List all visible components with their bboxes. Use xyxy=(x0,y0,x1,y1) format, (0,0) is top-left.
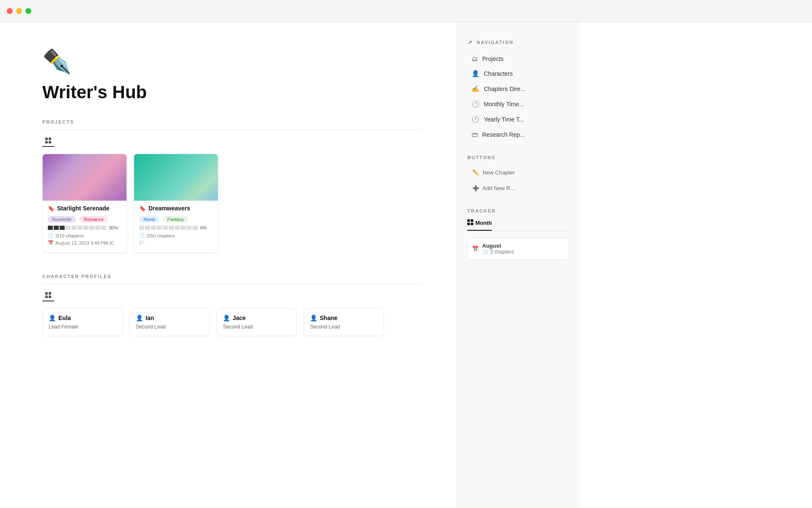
project-tags-starlight: Novelette Romance xyxy=(48,215,121,225)
maximize-button[interactable] xyxy=(25,8,31,14)
gallery-view-toggle[interactable] xyxy=(42,135,54,147)
person-icon-jace: 👤 xyxy=(223,315,230,321)
char-card-shane[interactable]: 👤 Shane Second Lead xyxy=(304,308,384,336)
char-name-shane: 👤 Shane xyxy=(310,315,378,321)
char-name-jace: 👤 Jace xyxy=(223,315,291,321)
nav-item-research[interactable]: 🗃 Research Rep... xyxy=(467,127,569,141)
cabinet-icon: 🗃 xyxy=(472,131,478,138)
folder-icon: 🗂 xyxy=(472,55,478,62)
calendar-icon-starlight: 📅 xyxy=(48,240,54,246)
progress-cell xyxy=(151,226,156,230)
progress-cell xyxy=(48,226,53,230)
navigation-arrow-icon: ↗ xyxy=(467,39,473,46)
bookmark-icon-starlight: 🔖 xyxy=(48,205,55,212)
person-icon-eula: 👤 xyxy=(49,315,56,321)
char-card-ian[interactable]: 👤 Ian Second Lead xyxy=(129,308,210,336)
clock-icon-yearly: 🕐 xyxy=(472,116,480,123)
project-card-starlight[interactable]: 🔖 Starlight Serenade Novelette Romance xyxy=(42,154,127,253)
minimize-button[interactable] xyxy=(16,8,22,14)
progress-cell xyxy=(95,226,100,230)
project-card-dreamweavers[interactable]: 🔖 Dreamweavers Novel Fantasy xyxy=(134,154,218,253)
progress-cell xyxy=(192,226,198,230)
char-name-ian: 👤 Ian xyxy=(136,315,203,321)
bookmark-icon-dreamweavers: 🔖 xyxy=(139,205,146,212)
svg-rect-6 xyxy=(45,295,48,298)
char-role-eula: Lead Female xyxy=(49,324,116,330)
progress-cell xyxy=(60,226,65,230)
buttons-section: BUTTONS ✏️ New Chapter ➕ Add New R... xyxy=(467,155,569,195)
char-role-ian: Second Lead xyxy=(136,324,203,330)
progress-cell xyxy=(145,226,150,230)
character-profiles-header: CHARACTER PROFILES xyxy=(42,274,423,284)
progress-cell xyxy=(83,226,88,230)
tag-novelette: Novelette xyxy=(48,216,76,223)
chapters-meta-dreamweavers: 📄 0/50 chapters xyxy=(139,233,213,238)
progress-cell xyxy=(77,226,82,230)
svg-rect-3 xyxy=(49,141,51,144)
character-cards-row: 👤 Eula Lead Female 👤 Ian Second Lead 👤 xyxy=(42,308,423,336)
tracker-tab-month[interactable]: Month xyxy=(467,219,492,231)
tracker-tabs: Month xyxy=(467,219,569,231)
svg-rect-10 xyxy=(467,223,470,225)
char-role-jace: Second Lead xyxy=(223,324,291,330)
nav-item-projects[interactable]: 🗂 Projects xyxy=(467,52,569,66)
char-role-shane: Second Lead xyxy=(310,324,378,330)
progress-cell xyxy=(181,226,186,230)
nav-item-characters[interactable]: 👤 Characters xyxy=(467,66,569,81)
grid-icon-month xyxy=(467,219,473,226)
pen-icon: ✍️ xyxy=(472,85,480,93)
progress-cell xyxy=(89,226,94,230)
close-button[interactable] xyxy=(7,8,13,14)
char-card-eula[interactable]: 👤 Eula Lead Female xyxy=(42,308,123,336)
chapters-icon-dreamweavers: 📄 xyxy=(139,233,145,238)
project-body-dreamweavers: 🔖 Dreamweavers Novel Fantasy xyxy=(134,201,218,252)
content-area: ✒️ Writer's Hub PROJECTS xyxy=(0,22,457,508)
character-profiles-section: CHARACTER PROFILES 👤 Eula Lead Fem xyxy=(42,274,423,336)
projects-section: PROJECTS 🔖 Starlig xyxy=(42,119,423,253)
clock-icon-monthly: 🕐 xyxy=(472,100,480,108)
doc-icon-chapters: 📄 xyxy=(482,249,488,255)
progress-cell xyxy=(139,226,144,230)
tag-novel: Novel xyxy=(139,216,159,223)
calendar-icon-august: 📅 xyxy=(472,246,479,252)
tracker-title: TRACKER xyxy=(467,208,569,213)
date-meta-starlight: 📅 August 13, 2023 3:49 PM (C xyxy=(48,240,121,246)
svg-rect-8 xyxy=(467,219,470,222)
nav-item-monthly-time[interactable]: 🕐 Monthly Time... xyxy=(467,97,569,111)
progress-cell xyxy=(175,226,180,230)
project-title-dreamweavers: 🔖 Dreamweavers xyxy=(139,205,213,212)
character-gallery-view-toggle[interactable] xyxy=(42,290,54,301)
navigation-section: ↗ NAVIGATION 🗂 Projects 👤 Characters ✍️ … xyxy=(467,39,569,141)
add-new-r-button[interactable]: ➕ Add New R... xyxy=(467,182,569,195)
nav-list: 🗂 Projects 👤 Characters ✍️ Chapters Dire… xyxy=(467,52,569,141)
progress-row-starlight: 30% xyxy=(48,225,121,230)
tag-fantasy: Fantasy xyxy=(163,216,188,223)
char-name-eula: 👤 Eula xyxy=(49,315,116,321)
new-chapter-button[interactable]: ✏️ New Chapter xyxy=(467,166,569,179)
tag-romance: Romance xyxy=(80,216,108,223)
progress-cell xyxy=(54,226,59,230)
progress-bar-dreamweavers xyxy=(139,226,198,230)
navigation-title: ↗ NAVIGATION xyxy=(467,39,569,46)
progress-cell xyxy=(71,226,77,230)
svg-rect-9 xyxy=(471,219,473,222)
char-card-jace[interactable]: 👤 Jace Second Lead xyxy=(217,308,297,336)
project-cards-row: 🔖 Starlight Serenade Novelette Romance xyxy=(42,154,423,253)
nav-item-chapters[interactable]: ✍️ Chapters Dire... xyxy=(467,82,569,96)
person-icon-shane: 👤 xyxy=(310,315,317,321)
project-image-starlight xyxy=(43,154,126,201)
progress-cell xyxy=(163,226,168,230)
progress-cell xyxy=(187,226,192,230)
tracker-month-august[interactable]: 📅 August 📄 3 chapters xyxy=(467,238,569,260)
svg-rect-0 xyxy=(45,138,48,140)
nav-item-yearly-time[interactable]: 🕐 Yearly Time T... xyxy=(467,112,569,127)
svg-rect-2 xyxy=(45,141,48,144)
page-title: Writer's Hub xyxy=(42,82,423,102)
pen-icon-new-chapter: ✏️ xyxy=(472,169,479,176)
projects-section-header: PROJECTS xyxy=(42,119,423,130)
progress-pct-starlight: 30% xyxy=(109,225,118,230)
svg-rect-4 xyxy=(45,292,48,295)
progress-cell xyxy=(66,226,71,230)
titlebar xyxy=(0,0,812,22)
progress-row-dreamweavers: 0% xyxy=(139,225,213,230)
